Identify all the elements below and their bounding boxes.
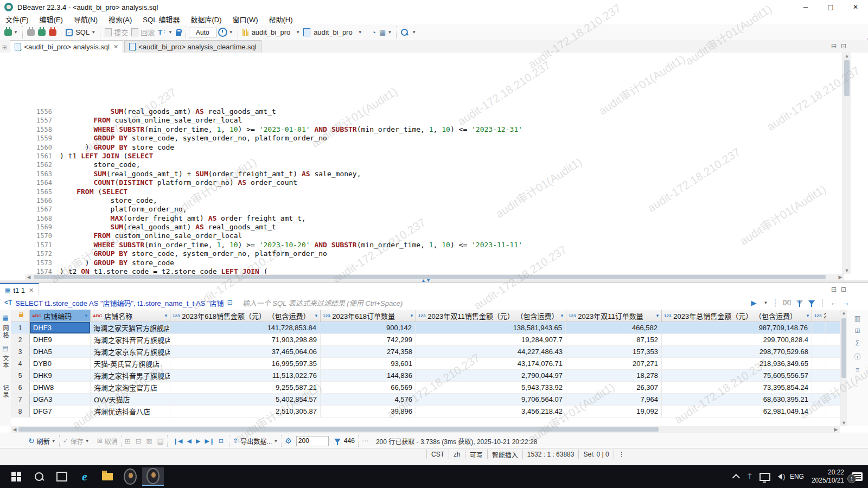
grid-cell[interactable]: OVV天猫店 xyxy=(91,394,170,405)
grid-cell[interactable]: 海澜之家抖音官方旗舰店 xyxy=(91,334,170,345)
grid-cell[interactable]: 141,728,853.84 xyxy=(170,322,320,333)
editor-tab-0[interactable]: <audit_bi_pro> analysis.sql✕ xyxy=(10,40,123,53)
column-header-1[interactable]: ABC店铺名称▼ xyxy=(91,310,170,322)
code-line[interactable]: 1564COUNT(DISTINCT platform_order_no) AS… xyxy=(25,178,522,187)
disconnect-all-button[interactable] xyxy=(49,29,56,36)
table-row[interactable]: 6DHW8海澜之家淘宝官方店9,255,587.2166,5695,943,73… xyxy=(11,382,840,394)
transaction-mode-button[interactable]: T⋮▼ xyxy=(158,28,173,36)
grid-cell[interactable]: 274,358 xyxy=(321,346,416,357)
menu-item-6[interactable]: 窗口(W) xyxy=(227,14,264,24)
grid-cell[interactable]: 19,092 xyxy=(566,406,662,417)
record-mode-label[interactable]: 记录 xyxy=(1,384,10,399)
commit-button[interactable]: 提交 xyxy=(105,27,128,37)
rollback-button[interactable]: 回滚 xyxy=(131,27,155,37)
refresh-button[interactable]: 刷新 xyxy=(37,436,50,446)
grid-cell[interactable]: 299,700,828.4 xyxy=(662,334,812,345)
row-number[interactable]: 1 xyxy=(11,322,30,333)
grid-cell[interactable]: 75,605,556.57 xyxy=(662,370,812,381)
grid-cell[interactable]: 海澜之家京东官方旗舰店 xyxy=(91,346,170,357)
row-number[interactable]: 3 xyxy=(11,346,30,357)
references-icon[interactable]: ≡ xyxy=(856,366,859,374)
add-row-icon[interactable]: ⊞ xyxy=(125,437,131,445)
grid-cell[interactable]: 62,981,049.14 xyxy=(662,406,812,417)
grid-horizontal-scrollbar[interactable]: ◀ ▶ xyxy=(11,426,840,433)
internet-explorer-icon[interactable]: e xyxy=(78,470,91,483)
sort-filter-icon[interactable]: ▼ xyxy=(164,313,168,318)
table-row[interactable]: 8DFG7海澜优选抖音八店2,510,305.8739,8963,456,218… xyxy=(11,406,840,418)
grid-cell[interactable]: DHK9 xyxy=(30,370,91,381)
panel-grid-icon[interactable]: ⊞ xyxy=(854,327,860,335)
grid-cell[interactable]: 4,576 xyxy=(321,394,416,405)
chevron-down-icon[interactable]: ▼ xyxy=(273,439,278,444)
status-cell-3[interactable]: 智能插入 xyxy=(487,450,522,459)
usb-icon[interactable]: ⍑ xyxy=(748,472,752,481)
code-line[interactable]: 1558WHERE SUBSTR(min_order_time, 1, 10) … xyxy=(25,125,522,134)
menu-item-7[interactable]: 帮助(H) xyxy=(263,14,298,24)
grid-vertical-scrollbar[interactable]: ▲ ▼ xyxy=(840,310,847,426)
editor-vertical-scrollbar[interactable]: ▲ ▼ xyxy=(843,53,851,274)
code-line[interactable]: 1566store_code, xyxy=(25,196,522,205)
grid-cell[interactable]: DHF3 xyxy=(30,322,90,333)
apply-filter-icon[interactable]: ▶ xyxy=(751,299,756,307)
dashboard-button[interactable]: ◔ xyxy=(372,28,376,37)
auto-commit-combo[interactable]: Auto xyxy=(189,28,216,37)
app-icon-1[interactable] xyxy=(124,470,137,483)
grid-cell[interactable]: 93,601 xyxy=(321,358,416,369)
grid-cell[interactable]: 海澜之家抖音男子旗舰店 xyxy=(91,370,170,381)
ellipsis-icon[interactable]: ⋯ xyxy=(362,437,368,445)
filter-input[interactable]: 输入一个 SQL 表达式来过滤结果 (使用 Ctrl+Space) xyxy=(242,298,403,308)
chevron-down-icon[interactable]: ▼ xyxy=(14,30,18,35)
grid-cell[interactable]: 68,630,395.21 xyxy=(662,394,812,405)
minimize-button[interactable]: ─ xyxy=(793,0,818,14)
grid-corner-cell[interactable] xyxy=(11,310,30,322)
table-row[interactable]: 3DHA5海澜之家京东官方旗舰店37,465,064.06274,35844,2… xyxy=(11,346,840,358)
grid-cell[interactable]: 466,582 xyxy=(566,322,661,333)
code-line[interactable]: 1574) t2 ON t1.store_code = t2.store_cod… xyxy=(25,267,522,274)
grid-cell[interactable]: 5,943,733.92 xyxy=(416,382,566,393)
code-line[interactable]: 1572GROUP BY store_code, system_order_no… xyxy=(25,249,522,258)
grid-cell[interactable]: 144,836 xyxy=(321,370,416,381)
sort-filter-icon[interactable]: ▼ xyxy=(560,313,564,318)
filter-count-icon[interactable] xyxy=(334,439,341,443)
close-icon[interactable]: ✕ xyxy=(113,43,118,50)
column-header-0[interactable]: ABC店铺编码▼ xyxy=(30,310,91,322)
grid-cell[interactable]: 157,353 xyxy=(566,346,662,357)
lock-button[interactable] xyxy=(176,29,181,36)
gear-icon[interactable]: ⚙ xyxy=(285,436,292,445)
clear-filter-icon[interactable]: ⌧ xyxy=(783,299,791,307)
search-button[interactable]: ▼ xyxy=(401,29,416,36)
export-data-button[interactable]: 导出数据... xyxy=(240,436,272,446)
row-number[interactable]: 8 xyxy=(11,406,30,417)
grid-cell[interactable]: 66,569 xyxy=(321,382,416,393)
row-number[interactable]: 6 xyxy=(11,382,30,393)
sort-filter-icon[interactable]: ▼ xyxy=(314,313,318,318)
grid-cell[interactable]: DFG7 xyxy=(30,406,91,417)
grid-cell[interactable]: 298,770,529.68 xyxy=(662,346,812,357)
maximize-results-icon[interactable]: ⊡ xyxy=(841,286,846,293)
grid-cell[interactable]: 19,284,907.7 xyxy=(416,334,566,345)
code-line[interactable]: 1562store_code, xyxy=(25,160,522,169)
status-cell-4[interactable]: 1532 : 1 : 63883 xyxy=(522,450,579,459)
expand-filter-icon[interactable]: ⊡ xyxy=(227,299,233,306)
connection-selector[interactable]: audit_bi_pro▼ xyxy=(242,28,300,36)
file-explorer-icon[interactable] xyxy=(101,470,114,483)
minimize-results-icon[interactable]: ⊟ xyxy=(831,286,837,293)
text-presentation-label[interactable]: 文本 xyxy=(1,355,10,369)
taskbar-clock[interactable]: 20:22 2025/10/21 xyxy=(812,468,844,485)
transaction-log-button[interactable]: ▼ xyxy=(218,28,233,37)
grid-cell[interactable]: 海澜优选抖音八店 xyxy=(91,406,170,417)
edit-row-icon[interactable]: ▤ xyxy=(157,437,163,445)
last-row-icon[interactable]: ▶❙ xyxy=(205,438,214,445)
column-header-7[interactable]: 1232 xyxy=(812,310,826,322)
grid-cell[interactable]: 39,896 xyxy=(321,406,416,417)
code-line[interactable]: 1561) t1 LEFT JOIN (SELECT xyxy=(25,152,522,160)
grid-presentation-icon[interactable]: ▦ xyxy=(2,314,8,322)
grid-cell[interactable]: 26,307 xyxy=(566,382,662,393)
grid-cell[interactable]: 11,513,022.76 xyxy=(170,370,321,381)
grid-presentation-label[interactable]: 网格 xyxy=(1,325,10,339)
code-line[interactable]: 1557FROM custom_online_sale_order_local xyxy=(25,116,522,125)
grid-cell[interactable]: 44,227,486.43 xyxy=(416,346,566,357)
row-number[interactable]: 7 xyxy=(11,394,30,405)
editor-horizontal-scrollbar[interactable]: ◀ ▶ xyxy=(25,274,844,280)
row-number[interactable]: 2 xyxy=(11,334,30,345)
